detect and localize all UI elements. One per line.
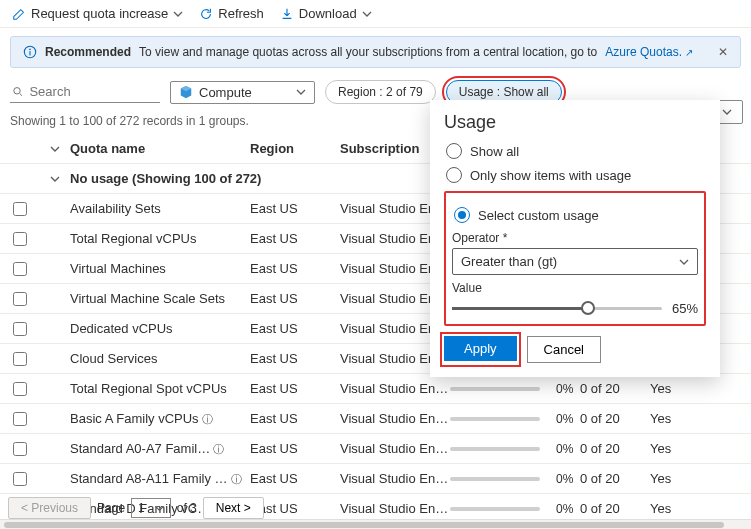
row-checkbox[interactable] [13, 442, 27, 456]
banner-text: To view and manage quotas across all you… [139, 45, 597, 59]
radio-icon [446, 167, 462, 183]
adjustable-cell: Yes [650, 441, 700, 456]
provider-label: Compute [199, 85, 252, 100]
subscription-cell: Visual Studio En… [340, 441, 450, 456]
region-cell: East US [250, 291, 340, 306]
request-quota-button[interactable]: Request quota increase [12, 6, 183, 21]
refresh-icon [199, 7, 213, 21]
apply-button[interactable]: Apply [444, 336, 517, 361]
pager-previous-button[interactable]: < Previous [8, 497, 91, 519]
region-cell: East US [250, 471, 340, 486]
usage-option-all[interactable]: Show all [446, 143, 704, 159]
quota-name-cell: Dedicated vCPUs [70, 321, 250, 336]
compute-icon [179, 85, 193, 99]
quota-cell: 0 of 20 [580, 441, 650, 456]
table-row[interactable]: Total Regional Spot vCPUsEast USVisual S… [0, 374, 751, 404]
svg-point-1 [29, 49, 31, 51]
table-row[interactable]: Basic A Family vCPUsⓘEast USVisual Studi… [0, 404, 751, 434]
expand-all-toggle[interactable] [40, 144, 70, 154]
region-cell: East US [250, 381, 340, 396]
usage-bar [450, 447, 540, 451]
value-slider[interactable]: 65% [452, 301, 698, 316]
usage-bar [450, 387, 540, 391]
pencil-icon [12, 7, 26, 21]
horizontal-scrollbar[interactable] [0, 519, 751, 529]
usage-bar [450, 507, 540, 511]
search-input-wrap[interactable] [10, 81, 160, 103]
usage-cell: 0% [450, 472, 580, 486]
provider-dropdown[interactable]: Compute [170, 81, 315, 104]
download-button[interactable]: Download [280, 6, 372, 21]
radio-icon [446, 143, 462, 159]
row-checkbox[interactable] [13, 292, 27, 306]
pager: < Previous Page 1 of 3 Next > [8, 497, 264, 519]
row-checkbox[interactable] [13, 202, 27, 216]
adjustable-cell: Yes [650, 411, 700, 426]
row-checkbox[interactable] [13, 472, 27, 486]
external-link-icon: ↗ [685, 47, 693, 58]
chevron-down-icon [50, 144, 60, 154]
popup-title: Usage [444, 112, 706, 133]
radio-icon [454, 207, 470, 223]
slider-thumb[interactable] [581, 301, 595, 315]
chevron-down-icon [173, 9, 183, 19]
row-checkbox[interactable] [13, 322, 27, 336]
quota-cell: 0 of 20 [580, 381, 650, 396]
quota-name-cell: Availability Sets [70, 201, 250, 216]
search-icon [12, 85, 23, 98]
usage-option-only-used[interactable]: Only show items with usage [446, 167, 704, 183]
usage-cell: 0% [450, 412, 580, 426]
value-label: Value [452, 281, 698, 295]
pager-of-label: of 3 [177, 501, 197, 515]
region-cell: East US [250, 411, 340, 426]
quota-name-cell: Basic A Family vCPUsⓘ [70, 411, 250, 427]
group-label: No usage (Showing 100 of 272) [70, 171, 269, 186]
azure-quotas-link[interactable]: Azure Quotas. ↗ [605, 45, 693, 59]
row-checkbox[interactable] [13, 382, 27, 396]
search-input[interactable] [29, 84, 158, 99]
pager-page-select[interactable]: 1 [131, 498, 171, 518]
subscription-cell: Visual Studio En… [340, 501, 450, 516]
col-region[interactable]: Region [250, 141, 340, 156]
quota-name-cell: Standard A8-A11 Family …ⓘ [70, 471, 250, 487]
region-cell: East US [250, 261, 340, 276]
subscription-cell: Visual Studio En… [340, 411, 450, 426]
chevron-down-icon [679, 257, 689, 267]
region-filter-pill[interactable]: Region : 2 of 79 [325, 80, 436, 104]
quota-name-cell: Virtual Machines [70, 261, 250, 276]
info-icon[interactable]: ⓘ [231, 473, 242, 485]
col-quota-name[interactable]: Quota name [70, 141, 250, 156]
region-cell: East US [250, 321, 340, 336]
chevron-down-icon [362, 9, 372, 19]
info-icon[interactable]: ⓘ [213, 443, 224, 455]
subscription-cell: Visual Studio En… [340, 381, 450, 396]
row-checkbox[interactable] [13, 352, 27, 366]
region-cell: East US [250, 201, 340, 216]
request-quota-label: Request quota increase [31, 6, 168, 21]
refresh-button[interactable]: Refresh [199, 6, 264, 21]
quota-name-cell: Standard A0-A7 Famil…ⓘ [70, 441, 250, 457]
banner-close-button[interactable]: ✕ [718, 45, 728, 59]
row-checkbox[interactable] [13, 232, 27, 246]
svg-rect-2 [29, 51, 30, 55]
row-checkbox[interactable] [13, 262, 27, 276]
usage-option-custom[interactable]: Select custom usage [454, 207, 696, 223]
chevron-down-icon [50, 174, 60, 184]
quota-name-cell: Total Regional vCPUs [70, 231, 250, 246]
cancel-button[interactable]: Cancel [527, 336, 601, 363]
operator-select[interactable]: Greater than (gt) [452, 248, 698, 275]
download-label: Download [299, 6, 357, 21]
adjustable-cell: Yes [650, 381, 700, 396]
slider-value: 65% [672, 301, 698, 316]
quota-cell: 0 of 20 [580, 471, 650, 486]
quota-cell: 0 of 20 [580, 501, 650, 516]
usage-filter-popup: Usage Show all Only show items with usag… [430, 100, 720, 377]
region-cell: East US [250, 351, 340, 366]
svg-point-3 [14, 88, 20, 94]
table-row[interactable]: Standard A0-A7 Famil…ⓘEast USVisual Stud… [0, 434, 751, 464]
row-checkbox[interactable] [13, 412, 27, 426]
table-row[interactable]: Standard A8-A11 Family …ⓘEast USVisual S… [0, 464, 751, 494]
pager-next-button[interactable]: Next > [203, 497, 264, 519]
info-icon[interactable]: ⓘ [202, 413, 213, 425]
usage-cell: 0% [450, 502, 580, 516]
